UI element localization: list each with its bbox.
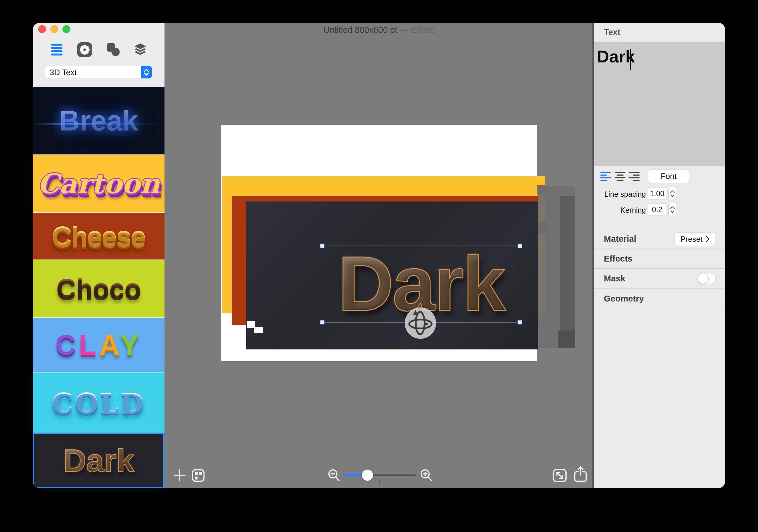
zoom-in-icon[interactable] [419,468,433,483]
kerning-input[interactable]: 0.2 [648,203,666,215]
text-content-value: Dark [597,47,635,66]
sidebar: 3D Text Break Cartoon Cheese [33,23,164,488]
preset-item-clay[interactable]: CLAY [33,317,164,372]
line-spacing-stepper[interactable] [668,187,676,200]
inspector-panel: Text Dark [594,23,725,488]
preset-label: Cartoon [38,168,160,200]
align-center-icon[interactable] [614,171,626,181]
canvas-area[interactable]: Untitled 800x600 pt — Edited Dark [164,23,594,488]
minimize-button[interactable] [50,25,58,33]
add-icon[interactable] [173,468,187,483]
preset-label: Choco [56,273,141,304]
zoom-slider[interactable] [344,474,416,477]
document-title: Untitled 800x600 pt [324,25,397,35]
text-content-field[interactable]: Dark [594,42,725,166]
preset-item-choco[interactable]: Choco [33,260,164,317]
line-spacing-row: Line spacing 1.00 [594,188,725,200]
collage-icon[interactable] [191,468,205,484]
mask-label: Mask [604,274,626,283]
preset-label: COLD [52,387,145,418]
align-left-icon[interactable] [600,171,611,181]
dropdown-stepper-icon[interactable] [141,66,152,78]
effects-label: Effects [604,254,633,264]
mask-toggle-knob [698,273,708,284]
material-preset-label: Preset [680,235,703,244]
preset-label: Cheese [52,221,145,252]
document-edited-badge: — Edited [400,25,435,35]
layer-stack-shadow [560,196,575,338]
text-caret [630,49,631,70]
page-corner-step [254,327,263,333]
gear-icon[interactable] [77,42,93,59]
zoom-out-icon[interactable] [327,468,341,483]
panel-selector-value: 3D Text [50,68,77,77]
preset-item-break[interactable]: Break [33,87,164,155]
kerning-row: Kerning 0.2 [594,203,725,217]
preset-item-cheese[interactable]: Cheese [33,212,164,260]
inspector-header: Text [594,23,725,42]
preset-label: Dark [63,442,134,479]
kerning-stepper[interactable] [668,203,676,216]
resize-icon[interactable] [552,468,568,484]
selection-handle-bottom-left[interactable] [320,320,325,325]
material-label: Material [604,234,637,244]
window-title: Untitled 800x600 pt — Edited [164,25,594,35]
section-material[interactable]: Material Preset [594,229,725,249]
preset-item-cartoon[interactable]: Cartoon [33,155,164,212]
line-spacing-label: Line spacing [604,190,646,198]
zoom-slider-detent [379,480,380,484]
rotate-3d-icon[interactable] [405,307,436,339]
selection-handle-bottom-right[interactable] [517,320,522,325]
sidebar-toolbar [33,41,164,60]
mask-toggle[interactable] [698,273,716,284]
section-mask[interactable]: Mask [594,268,725,288]
zoom-slider-thumb[interactable] [362,470,373,481]
section-effects[interactable]: Effects [594,249,725,268]
screenshot-root: 3D Text Break Cartoon Cheese [0,0,758,532]
preset-label: CLAY [55,329,142,361]
preset-list: Break Cartoon Cheese Choco CLAY COLD [33,87,164,488]
layers-icon[interactable] [132,42,148,59]
line-spacing-input[interactable]: 1.00 [648,188,666,199]
panel-selector-dropdown[interactable]: 3D Text [45,66,152,78]
preset-item-dark-selected[interactable]: Dark [33,433,164,488]
close-button[interactable] [38,25,46,33]
geometry-label: Geometry [604,294,644,303]
kerning-label: Kerning [620,206,646,215]
shapes-icon[interactable] [105,42,121,59]
layer-stack-shadow [558,331,575,348]
zoom-window-button[interactable] [62,25,70,33]
selection-handle-top-right[interactable] [517,243,522,248]
light-streak [33,124,164,124]
font-button[interactable]: Font [648,169,689,183]
preset-label: Break [59,104,138,137]
align-right-icon[interactable] [629,171,640,181]
chevron-right-icon [706,236,710,242]
app-window: 3D Text Break Cartoon Cheese [33,23,725,488]
preset-item-cold[interactable]: COLD [33,372,164,433]
section-geometry[interactable]: Geometry [594,289,725,308]
share-icon[interactable] [573,466,588,484]
material-preset-button[interactable]: Preset [674,232,715,246]
selection-handle-top-left[interactable] [320,243,325,248]
inspector-title: Text [604,27,620,37]
list-icon[interactable] [50,42,64,57]
